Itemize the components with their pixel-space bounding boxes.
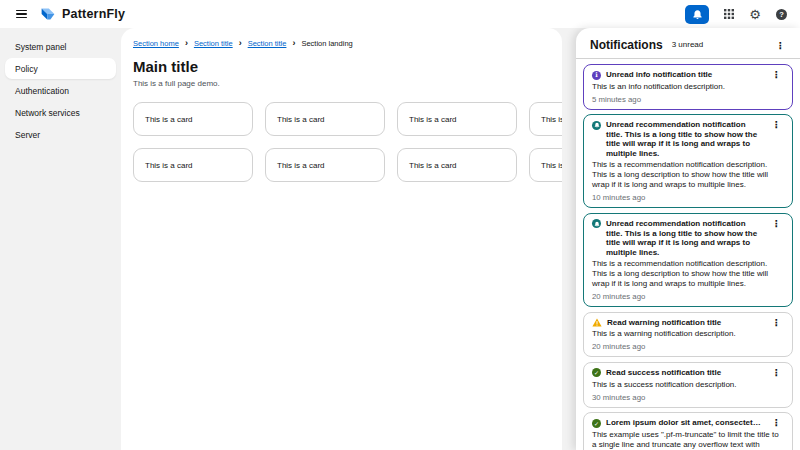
page-title: Main title xyxy=(133,58,562,75)
card[interactable]: This is a card xyxy=(133,102,253,136)
card[interactable]: This is a card xyxy=(265,102,385,136)
breadcrumb-link-section-home[interactable]: Section home xyxy=(133,39,179,48)
drawer-title: Notifications xyxy=(590,38,663,52)
bell-circle-icon xyxy=(592,121,601,130)
kebab-icon xyxy=(772,116,782,131)
notification-timestamp: 10 minutes ago xyxy=(592,193,784,202)
angle-right-icon xyxy=(179,39,194,48)
exclamation-triangle-icon xyxy=(592,318,602,327)
settings-button[interactable] xyxy=(749,7,761,22)
nav-toggle-button[interactable] xyxy=(13,7,30,22)
notifications-toggle-button[interactable] xyxy=(685,5,709,24)
card[interactable]: This is a card xyxy=(529,102,562,136)
notification-title: Unread recommendation notification title… xyxy=(606,219,769,257)
notification-description: This is a warning notification descripti… xyxy=(592,329,784,339)
notification-title: Read success notification title xyxy=(606,368,769,378)
help-button[interactable] xyxy=(776,9,787,20)
notification-drawer: Notifications 3 unread Unread info notif… xyxy=(576,28,800,450)
card-title: This is a card xyxy=(277,115,325,124)
notification-description: This is a success notification descripti… xyxy=(592,380,784,390)
main-content-panel: Section home Section title Section title… xyxy=(121,28,562,450)
info-circle-icon xyxy=(592,71,601,80)
notification-timestamp: 20 minutes ago xyxy=(592,342,784,351)
kebab-icon xyxy=(772,364,782,379)
bell-circle-icon xyxy=(592,219,601,228)
gear-icon xyxy=(749,7,761,22)
card-title: This is a card xyxy=(541,161,562,170)
notification-item-warning-read[interactable]: Read warning notification title This is … xyxy=(583,312,793,358)
notification-description: This is a recommendation notification de… xyxy=(592,259,784,289)
sidebar: System panel Policy Authentication Netwo… xyxy=(0,28,121,450)
card[interactable]: This is a card xyxy=(265,148,385,182)
masthead: PatternFly xyxy=(0,0,800,28)
kebab-icon xyxy=(772,414,782,429)
notification-item-success-read[interactable]: Read success notification title This is … xyxy=(583,362,793,408)
notification-kebab-button[interactable] xyxy=(769,219,785,229)
notification-description: This is a recommendation notification de… xyxy=(592,160,784,190)
notification-list[interactable]: Unread info notification title This is a… xyxy=(576,59,800,450)
notification-kebab-button[interactable] xyxy=(769,70,785,80)
card-title: This is a card xyxy=(541,115,562,124)
notification-kebab-button[interactable] xyxy=(769,120,785,130)
brand-name: PatternFly xyxy=(62,7,125,21)
bell-icon xyxy=(692,9,703,20)
question-circle-icon xyxy=(776,9,787,20)
drawer-kebab-button[interactable] xyxy=(773,37,789,52)
notification-description: This is an info notification description… xyxy=(592,82,784,92)
unread-count: 3 unread xyxy=(672,40,704,49)
card[interactable]: This is a card xyxy=(529,148,562,182)
kebab-icon xyxy=(772,215,782,230)
card[interactable]: This is a card xyxy=(133,148,253,182)
sidebar-item-system-panel[interactable]: System panel xyxy=(0,36,121,57)
kebab-icon xyxy=(772,314,782,329)
notification-description: This example uses ".pf-m-truncate" to li… xyxy=(592,430,784,450)
brand[interactable]: PatternFly xyxy=(40,6,125,22)
notification-timestamp: 5 minutes ago xyxy=(592,95,784,104)
sidebar-item-server[interactable]: Server xyxy=(0,124,121,145)
check-circle-icon xyxy=(592,419,601,428)
notification-item-recommendation-unread[interactable]: Unread recommendation notification title… xyxy=(583,213,793,307)
notification-title: Read warning notification title xyxy=(607,318,769,328)
breadcrumb: Section home Section title Section title… xyxy=(133,39,562,48)
card-title: This is a card xyxy=(409,161,457,170)
notification-kebab-button[interactable] xyxy=(769,368,785,378)
notification-item-info-unread[interactable]: Unread info notification title This is a… xyxy=(583,64,793,110)
grid-icon xyxy=(724,9,734,19)
sidebar-item-authentication[interactable]: Authentication xyxy=(0,80,121,101)
notification-timestamp: 30 minutes ago xyxy=(592,393,784,402)
card-title: This is a card xyxy=(409,115,457,124)
angle-right-icon xyxy=(286,39,301,48)
notification-drawer-header: Notifications 3 unread xyxy=(576,28,800,58)
notification-title: Lorem ipsum dolor sit amet, consectetur … xyxy=(606,418,769,428)
notification-title: Unread info notification title xyxy=(606,70,769,80)
page-body: System panel Policy Authentication Netwo… xyxy=(0,28,800,450)
sidebar-item-policy[interactable]: Policy xyxy=(5,58,116,79)
card-title: This is a card xyxy=(145,115,193,124)
app-launcher-button[interactable] xyxy=(724,9,734,19)
notification-kebab-button[interactable] xyxy=(769,318,785,328)
masthead-actions xyxy=(685,5,787,24)
card[interactable]: This is a card xyxy=(397,102,517,136)
kebab-icon xyxy=(776,37,786,52)
angle-right-icon xyxy=(233,39,248,48)
check-circle-icon xyxy=(592,368,601,377)
notification-timestamp: 20 minutes ago xyxy=(592,292,784,301)
breadcrumb-link-section-title-1[interactable]: Section title xyxy=(194,39,233,48)
card-title: This is a card xyxy=(145,161,193,170)
breadcrumb-link-section-title-2[interactable]: Section title xyxy=(248,39,287,48)
card[interactable]: This is a card xyxy=(397,148,517,182)
sidebar-item-network-services[interactable]: Network services xyxy=(0,102,121,123)
kebab-icon xyxy=(772,66,782,81)
card-title: This is a card xyxy=(277,161,325,170)
notification-item-recommendation-unread[interactable]: Unread recommendation notification title… xyxy=(583,114,793,208)
hamburger-icon xyxy=(16,10,27,12)
notification-kebab-button[interactable] xyxy=(769,418,785,428)
cards-grid: This is a card This is a card This is a … xyxy=(133,102,562,182)
patternfly-logo-icon xyxy=(40,6,56,22)
notification-title: Unread recommendation notification title… xyxy=(606,120,769,158)
page-subtitle: This is a full page demo. xyxy=(133,79,562,88)
notification-item-truncated-read[interactable]: Lorem ipsum dolor sit amet, consectetur … xyxy=(583,412,793,450)
breadcrumb-current: Section landing xyxy=(301,39,352,48)
